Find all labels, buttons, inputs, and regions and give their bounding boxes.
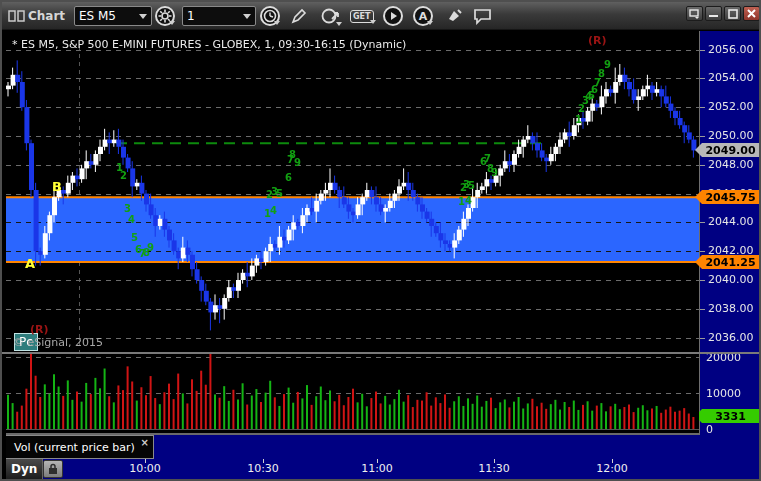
get-data-button[interactable]: GET — [350, 5, 374, 27]
price-tick-mark — [700, 50, 705, 51]
chevron-down-icon — [169, 21, 175, 25]
lock-button[interactable] — [43, 460, 63, 478]
tag-arrow-icon — [695, 190, 702, 204]
line-label-a[interactable]: A — [25, 256, 35, 271]
price-tag: 2045.75 — [702, 190, 759, 204]
tab-label: Vol (current price bar) — [14, 441, 135, 454]
r-marker-left: (R) — [30, 323, 49, 336]
time-tick-label: 11:30 — [478, 462, 510, 475]
copyright-text: © eSignal, 2015 — [13, 336, 103, 349]
note-bubble-icon — [473, 7, 493, 25]
time-tick-label: 12:00 — [596, 462, 628, 475]
tag-arrow-icon — [695, 255, 702, 269]
volume-tag: 3331 — [702, 409, 759, 423]
minimize-button[interactable] — [705, 6, 722, 21]
tab-volume-study[interactable]: Vol (current price bar) × — [6, 435, 154, 459]
lock-icon — [48, 463, 58, 475]
candlestick-canvas[interactable] — [6, 32, 699, 354]
price-tick-mark — [700, 107, 705, 108]
tab-close-icon[interactable]: × — [140, 437, 148, 448]
time-axis[interactable]: Dyn 10:0010:3011:0011:3012:00 — [6, 459, 759, 479]
trendline-tool-button[interactable] — [320, 5, 340, 27]
note-bubble-button[interactable] — [473, 5, 493, 27]
close-button[interactable] — [743, 6, 760, 21]
chevron-down-icon — [139, 14, 147, 19]
price-tick-mark — [700, 309, 705, 310]
price-tick-mark — [700, 280, 705, 281]
interval-combo[interactable]: 1 — [182, 6, 256, 26]
line-label-b[interactable]: B — [52, 179, 62, 194]
dock-icon — [689, 9, 700, 19]
volume-pane[interactable] — [6, 354, 699, 433]
price-tick-label: 2054.00 — [708, 71, 754, 84]
price-tick-label: 2038.00 — [708, 302, 754, 315]
price-tick-label: 2036.00 — [708, 331, 754, 344]
symbol-combo[interactable]: ES M5 — [74, 6, 152, 26]
price-tick-label: 2050.00 — [708, 129, 754, 142]
price-axis[interactable]: 2056.002054.002052.002050.002048.002046.… — [699, 31, 759, 479]
brush-icon — [445, 7, 463, 25]
time-tick-label: 11:00 — [361, 462, 393, 475]
price-tick-mark — [700, 78, 705, 79]
price-chart-pane[interactable]: * ES M5, S&P 500 E-MINI FUTURES - GLOBEX… — [6, 32, 699, 354]
dock-window-button[interactable] — [686, 6, 703, 21]
maximize-icon — [728, 9, 738, 19]
volume-tick-label: 10000 — [706, 387, 741, 400]
play-icon — [388, 11, 398, 21]
dyn-mode-button[interactable]: Dyn — [6, 459, 43, 479]
interval-value: 1 — [187, 9, 195, 23]
title-bar[interactable]: Chart ES M5 1 — [2, 2, 759, 30]
a-icon: A — [419, 10, 428, 23]
pencil-icon — [290, 7, 308, 25]
price-tick-mark — [700, 136, 705, 137]
chevron-down-icon — [370, 20, 376, 24]
time-template-button[interactable] — [260, 5, 280, 27]
symbol-value: ES M5 — [79, 9, 116, 23]
chevron-down-icon — [243, 14, 251, 19]
r-marker-top: (R) — [588, 34, 607, 47]
auto-trade-button[interactable]: A — [413, 5, 433, 27]
draw-pencil-button[interactable] — [290, 5, 308, 27]
price-tag: 2041.25 — [702, 255, 759, 269]
price-tick-mark — [700, 222, 705, 223]
price-tick-label: 2056.00 — [708, 43, 754, 56]
time-tick-label: 10:00 — [129, 462, 161, 475]
price-tag: 2049.00 — [702, 143, 759, 157]
chart-window: Chart ES M5 1 — [0, 0, 761, 481]
chevron-down-icon — [274, 21, 280, 25]
price-tick-label: 2052.00 — [708, 100, 754, 113]
brush-button[interactable] — [445, 5, 463, 27]
minimize-icon — [709, 9, 718, 18]
chevron-down-icon — [336, 22, 342, 26]
chart-header: * ES M5, S&P 500 E-MINI FUTURES - GLOBEX… — [12, 38, 406, 51]
time-tick-label: 10:30 — [247, 462, 279, 475]
maximize-button[interactable] — [724, 6, 741, 21]
settings-gear-button[interactable] — [155, 5, 175, 27]
tag-arrow-icon — [695, 143, 702, 157]
panes-icon — [8, 6, 26, 26]
price-tick-label: 2044.00 — [708, 215, 754, 228]
price-tick-mark — [700, 251, 705, 252]
price-tick-mark — [700, 338, 705, 339]
play-button[interactable] — [383, 5, 403, 27]
price-tick-label: 2040.00 — [708, 273, 754, 286]
volume-canvas[interactable] — [6, 354, 699, 433]
close-icon — [747, 9, 756, 18]
price-tick-mark — [700, 165, 705, 166]
window-title: Chart — [28, 6, 65, 26]
chevron-down-icon — [427, 21, 433, 25]
price-tick-label: 2048.00 — [708, 158, 754, 171]
tab-strip: Vol (current price bar) × — [6, 435, 759, 459]
